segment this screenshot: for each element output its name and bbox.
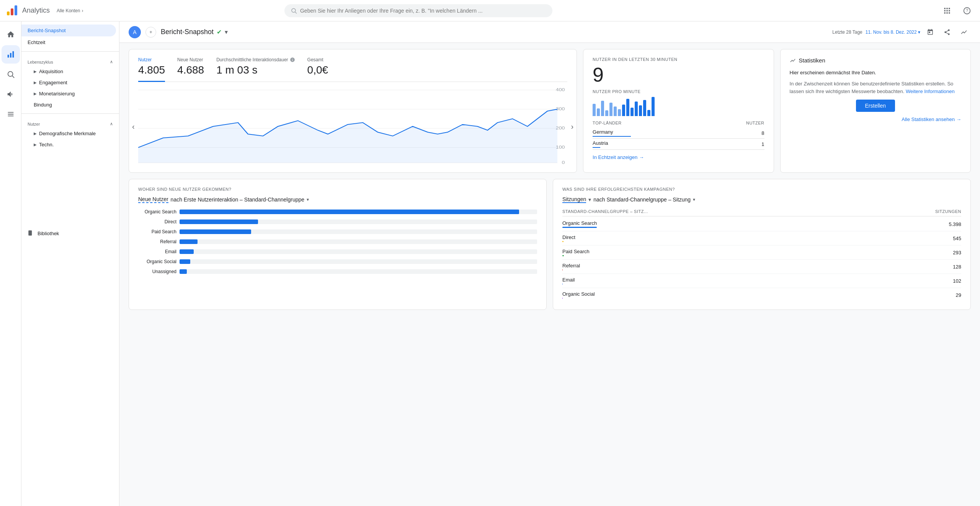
country-row-germany: Germany 8 [593, 128, 764, 139]
nav-advertising-icon[interactable] [2, 85, 20, 103]
svg-rect-16 [7, 55, 9, 57]
metric-tab-interaktion[interactable]: Durchschnittliche Interaktionsdauer 1 m … [216, 57, 295, 82]
campaign-row-email: Email 102 [562, 274, 961, 288]
bar-item [626, 99, 629, 116]
svg-rect-2 [15, 5, 17, 15]
campaign-row-organic-search: Organic Search 5.398 [562, 217, 961, 231]
logo-area: Analytics Alle Konten › [6, 5, 90, 17]
svg-rect-12 [946, 12, 947, 13]
all-statistics-link[interactable]: Alle Statistiken ansehen → [790, 116, 961, 122]
nav-explore-icon[interactable] [2, 65, 20, 84]
sidebar-item-echtzeit[interactable]: Echtzeit [21, 36, 116, 48]
campaigns-table-header: STANDARD-CHANNELGRUPPE – SITZ... SITZUNG… [562, 209, 961, 216]
date-range-value[interactable]: 11. Nov. bis 8. Dez. 2022 ▾ [866, 29, 920, 35]
dashboard: Nutzer 4.805 Neue Nutzer 4.688 Durchschn… [119, 43, 980, 316]
svg-rect-13 [949, 12, 950, 13]
bar-row-direct: Direct [138, 219, 537, 224]
metric-tab-nutzer[interactable]: Nutzer 4.805 [138, 57, 165, 82]
sidebar-item-engagement[interactable]: ▶ Engagement [21, 77, 119, 88]
title-dropdown-icon[interactable]: ▾ [225, 28, 228, 36]
collapse-icon[interactable]: ∧ [110, 59, 113, 64]
bar-row-organic-social: Organic Social [138, 259, 537, 264]
svg-line-20 [12, 76, 14, 78]
analytics-action-icon[interactable] [957, 25, 971, 39]
acquisition-section-label: WOHER SIND NEUE NUTZER GEKOMMEN? [138, 187, 537, 192]
left-nav [0, 21, 21, 506]
svg-text:0: 0 [562, 160, 565, 165]
bar-row-organic-search: Organic Search [138, 209, 537, 215]
collapse-icon[interactable]: ∧ [110, 121, 113, 126]
campaign-row-organic-social: Organic Social 29 [562, 288, 961, 302]
campaign-row-direct: Direct 545 [562, 231, 961, 246]
nav-home-icon[interactable] [2, 25, 20, 44]
bar-item [622, 105, 625, 116]
svg-rect-9 [946, 10, 947, 11]
nav-configure-icon[interactable] [2, 105, 20, 123]
apps-grid-icon[interactable] [940, 4, 954, 18]
metrics-tabs: Nutzer 4.805 Neue Nutzer 4.688 Durchschn… [138, 57, 567, 82]
metric-tab-neue-nutzer[interactable]: Neue Nutzer 4.688 [177, 57, 204, 82]
svg-rect-6 [946, 8, 947, 9]
chevron-right-icon: ▶ [34, 92, 37, 96]
arrow-right-icon: → [956, 116, 961, 122]
campaign-row-paid-search: Paid Search 293 [562, 246, 961, 260]
svg-rect-5 [944, 8, 945, 9]
stats-desc: In der Zwischenzeit können Sie benutzerd… [790, 80, 961, 95]
header-icons: ? [940, 4, 974, 18]
sidebar-item-bindung[interactable]: Bindung [21, 99, 119, 110]
sidebar-item-techn[interactable]: ▶ Techn. [21, 139, 119, 150]
trend-up-icon [790, 57, 796, 64]
acquisition-chart-title: Neue Nutzer nach Erste Nutzerinteraktion… [138, 196, 537, 203]
line-chart-svg: 400 300 200 100 0 [138, 88, 567, 165]
all-accounts-link[interactable]: Alle Konten › [57, 8, 83, 13]
chart-prev-button[interactable]: ‹ [132, 122, 135, 131]
bar-item [652, 97, 655, 116]
bar-row-unassigned: Unassigned [138, 269, 537, 274]
help-icon[interactable]: ? [960, 4, 974, 18]
chevron-right-icon: ▶ [34, 131, 37, 136]
acquisition-card: WOHER SIND NEUE NUTZER GEKOMMEN? Neue Nu… [129, 179, 547, 310]
report-header-right: Letzte 28 Tage 11. Nov. bis 8. Dez. 2022… [832, 25, 971, 39]
main-content: A + Bericht-Snapshot ✔ ▾ Letzte 28 Tage … [119, 21, 980, 506]
sidebar-item-akquisition[interactable]: ▶ Akquisition [21, 66, 119, 77]
chart-title-sitzung-dropdown-icon[interactable]: ▾ [693, 197, 695, 202]
sidebar-item-bericht-snapshot[interactable]: Bericht-Snapshot [21, 25, 116, 36]
country-row-austria: Austria 1 [593, 139, 764, 150]
svg-point-3 [292, 8, 296, 12]
create-button[interactable]: Erstellen [856, 100, 895, 112]
verified-icon: ✔ [217, 28, 222, 36]
calendar-icon[interactable] [923, 25, 937, 39]
campaigns-card: WAS SIND IHRE ERFOLGREICHSTEN KAMPAGNEN?… [553, 179, 971, 310]
sidebar-library[interactable]: Bibliothek [21, 227, 119, 240]
svg-rect-17 [10, 53, 11, 57]
sidebar: Bericht-Snapshot Echtzeit Lebenszyklus ∧… [21, 21, 119, 506]
svg-rect-10 [949, 10, 950, 11]
share-icon[interactable] [940, 25, 954, 39]
dropdown-arrow-sitzungen[interactable]: ▾ [588, 197, 591, 203]
metric-tab-gesamt[interactable]: Gesamt 0,0€ [307, 57, 328, 82]
sidebar-item-monetarisierung[interactable]: ▶ Monetarisierung [21, 88, 119, 99]
report-title: Bericht-Snapshot ✔ ▾ [161, 28, 228, 36]
realtime-label: NUTZER IN DEN LETZTEN 30 MINUTEN [593, 57, 764, 62]
campaigns-table: STANDARD-CHANNELGRUPPE – SITZ... SITZUNG… [562, 209, 961, 302]
svg-rect-0 [7, 11, 10, 15]
svg-line-4 [295, 12, 297, 13]
add-report-button[interactable]: + [145, 27, 156, 38]
sidebar-item-demografische[interactable]: ▶ Demografische Merkmale [21, 128, 119, 139]
date-range-label: Letzte 28 Tage [832, 29, 862, 35]
bar-row-referral: Referral [138, 239, 537, 244]
arrow-right-icon: → [639, 154, 644, 160]
bar-item [601, 101, 604, 116]
realtime-link[interactable]: In Echtzeit anzeigen → [593, 154, 764, 160]
search-input[interactable] [300, 8, 546, 14]
bar-item [593, 104, 596, 116]
chart-next-button[interactable]: › [571, 122, 573, 131]
chevron-right-icon: ▶ [34, 142, 37, 147]
stats-more-link[interactable]: Weitere Informationen [906, 88, 955, 94]
app-body: Bericht-Snapshot Echtzeit Lebenszyklus ∧… [0, 21, 980, 506]
bar-row-email: Email [138, 249, 537, 254]
chart-title-dropdown-icon[interactable]: ▾ [307, 197, 309, 202]
campaigns-section-label: WAS SIND IHRE ERFOLGREICHSTEN KAMPAGNEN? [562, 187, 961, 192]
nav-reports-icon[interactable] [2, 45, 20, 64]
search-bar[interactable] [284, 4, 552, 17]
